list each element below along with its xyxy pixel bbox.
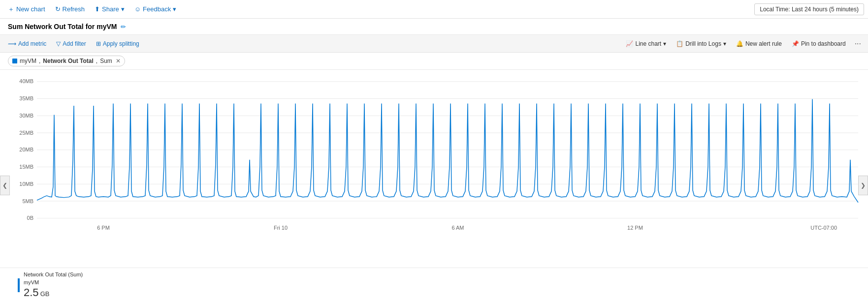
feedback-label: Feedback [143, 5, 171, 13]
apply-splitting-label: Apply splitting [103, 40, 139, 47]
drill-into-logs-button[interactable]: 📋 Drill into Logs ▾ [672, 38, 730, 49]
sparkline-icon: ⟿ [8, 40, 16, 47]
refresh-button[interactable]: ↻ Refresh [51, 3, 89, 15]
left-arrow-icon: ❮ [2, 182, 7, 189]
tag-close-icon[interactable]: ✕ [116, 58, 121, 64]
metrics-toolbar: ⟿ Add metric ▽ Add filter ⊞ Apply splitt… [0, 35, 868, 53]
svg-text:6 AM: 6 AM [451, 225, 464, 230]
feedback-icon: ☺ [134, 5, 141, 13]
share-button[interactable]: ⬆ Share ▾ [91, 3, 129, 15]
more-options-button[interactable]: ··· [852, 38, 864, 49]
top-toolbar: ＋ New chart ↻ Refresh ⬆ Share ▾ ☺ Feedba… [0, 0, 868, 19]
alert-icon: 🔔 [736, 40, 743, 47]
legend-vm-name: myVM [24, 279, 83, 286]
tag-aggregation: Sum [100, 58, 112, 64]
time-selector-container: Local Time: Last 24 hours (5 minutes) [754, 3, 864, 15]
time-range-selector[interactable]: Local Time: Last 24 hours (5 minutes) [754, 3, 864, 15]
drill-logs-label: Drill into Logs [685, 40, 721, 47]
chart-legend: Network Out Total (Sum) myVM 2.5 GB [0, 268, 868, 301]
share-icon: ⬆ [95, 5, 100, 13]
add-metric-label: Add metric [18, 40, 46, 47]
legend-value-row: 2.5 GB [24, 286, 83, 299]
pin-to-dashboard-button[interactable]: 📌 Pin to dashboard [788, 38, 850, 49]
chart-nav-left-button[interactable]: ❮ [0, 176, 10, 195]
legend-unit: GB [40, 290, 50, 298]
pin-icon: 📌 [792, 40, 799, 47]
svg-text:35MB: 35MB [19, 96, 33, 101]
chart-controls-right: 📈 Line chart ▾ 📋 Drill into Logs ▾ 🔔 New… [622, 38, 864, 49]
add-filter-button[interactable]: ▽ Add filter [52, 38, 90, 49]
feedback-dropdown-icon: ▾ [173, 5, 176, 13]
legend-color-bar [18, 278, 20, 292]
apply-splitting-button[interactable]: ⊞ Apply splitting [92, 38, 143, 49]
svg-text:UTC-07:00: UTC-07:00 [810, 225, 837, 230]
legend-details: Network Out Total (Sum) myVM 2.5 GB [24, 271, 83, 299]
svg-text:Fri 10: Fri 10 [274, 225, 288, 230]
svg-text:5MB: 5MB [22, 198, 33, 204]
share-label: Share [102, 5, 119, 13]
svg-text:15MB: 15MB [19, 164, 33, 170]
chart-title-bar: Sum Network Out Total for myVM ✏ [0, 19, 868, 35]
time-range-label: Local Time: Last 24 hours (5 minutes) [760, 6, 859, 13]
line-chart-label: Line chart [635, 40, 661, 47]
svg-text:6 PM: 6 PM [97, 225, 110, 230]
add-filter-label: Add filter [63, 40, 86, 47]
svg-text:40MB: 40MB [19, 79, 33, 84]
alert-label: New alert rule [745, 40, 782, 47]
refresh-icon: ↻ [55, 5, 61, 13]
chart-nav-right-button[interactable]: ❯ [858, 176, 868, 195]
edit-title-icon[interactable]: ✏ [121, 23, 126, 30]
chart-area: ❮ ❯ 40MB 35MB 30MB 25MB 20MB 15MB 10MB 5… [0, 70, 868, 301]
metric-tags-area: myVM, Network Out Total, Sum ✕ [0, 53, 868, 70]
feedback-button[interactable]: ☺ Feedback ▾ [130, 3, 180, 15]
metric-tag: myVM, Network Out Total, Sum ✕ [8, 56, 125, 66]
svg-text:25MB: 25MB [19, 130, 33, 135]
line-chart-dropdown-icon: ▾ [663, 40, 666, 47]
line-chart-icon: 📈 [626, 40, 633, 47]
new-alert-rule-button[interactable]: 🔔 New alert rule [732, 38, 786, 49]
svg-text:10MB: 10MB [19, 181, 33, 186]
new-chart-label: New chart [16, 5, 45, 13]
refresh-label: Refresh [63, 5, 85, 13]
logs-dropdown-icon: ▾ [723, 40, 726, 47]
line-chart-button[interactable]: 📈 Line chart ▾ [622, 38, 670, 49]
svg-text:12 PM: 12 PM [627, 225, 643, 230]
new-chart-button[interactable]: ＋ New chart [4, 3, 49, 16]
svg-text:0B: 0B [27, 215, 33, 221]
main-content: Sum Network Out Total for myVM ✏ ⟿ Add m… [0, 19, 868, 301]
add-metric-button[interactable]: ⟿ Add metric [4, 38, 50, 49]
split-icon: ⊞ [96, 40, 101, 47]
right-arrow-icon: ❯ [861, 182, 866, 189]
legend-big-value: 2.5 [24, 286, 39, 299]
share-dropdown-icon: ▾ [121, 5, 125, 13]
legend-metric-name: Network Out Total (Sum) [24, 271, 83, 278]
svg-text:30MB: 30MB [19, 113, 33, 118]
tag-vm-name: myVM [20, 58, 36, 64]
chart-svg: 40MB 35MB 30MB 25MB 20MB 15MB 10MB 5MB 0… [0, 70, 868, 268]
logs-icon: 📋 [676, 40, 683, 47]
chart-title: Sum Network Out Total for myVM [8, 23, 117, 30]
plus-icon: ＋ [8, 5, 14, 14]
tag-metric-name: Network Out Total [43, 58, 93, 64]
pin-label: Pin to dashboard [801, 40, 846, 47]
svg-text:20MB: 20MB [19, 147, 33, 152]
legend-row: Network Out Total (Sum) myVM 2.5 GB [18, 271, 860, 299]
tag-color-icon [12, 59, 17, 63]
filter-icon: ▽ [56, 40, 61, 47]
